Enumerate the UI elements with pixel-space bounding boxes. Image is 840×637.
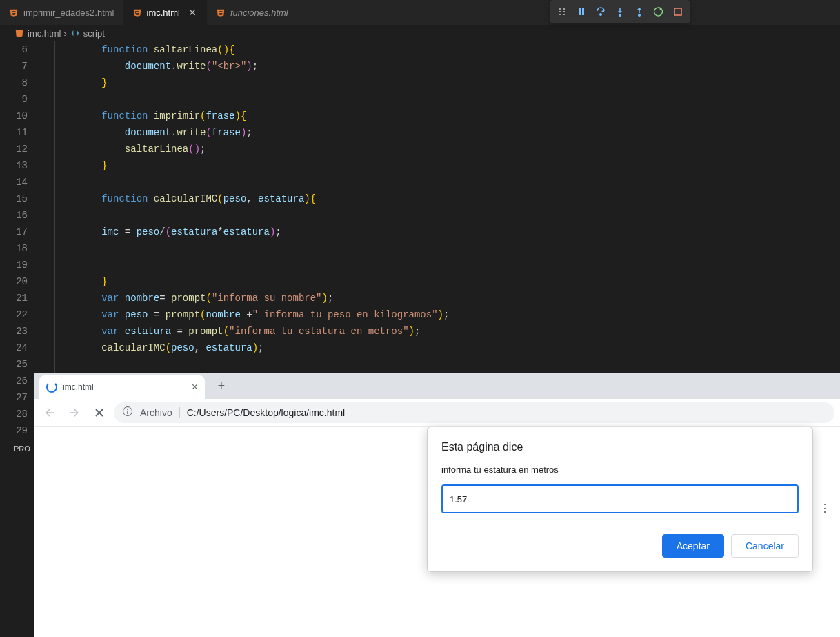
html-file-icon [215, 7, 226, 18]
new-tab-button[interactable]: + [212, 377, 231, 396]
prompt-dialog: Esta página dice informa tu estatura en … [427, 427, 813, 572]
svg-point-9 [619, 14, 621, 17]
address-url: C:/Users/PC/Desktop/logica/imc.html [187, 407, 346, 418]
debug-toolbar [550, 0, 690, 23]
tab-imprimir-edades[interactable]: imprimir_edades2.html [0, 0, 123, 25]
step-into-icon[interactable] [611, 3, 629, 21]
pause-icon[interactable] [572, 3, 590, 21]
cancel-button[interactable]: Cancelar [731, 534, 799, 558]
step-over-icon[interactable] [592, 3, 610, 21]
dialog-actions: Aceptar Cancelar [441, 534, 799, 558]
close-icon[interactable]: × [192, 381, 198, 393]
html-file-icon [132, 7, 143, 18]
more-icon[interactable]: ⋮ [819, 502, 830, 515]
loading-spinner-icon [46, 382, 57, 393]
breadcrumb-file: imc.html [28, 28, 61, 39]
address-prefix: Archivo [140, 407, 180, 418]
forward-button[interactable] [64, 402, 85, 423]
svg-point-5 [563, 14, 565, 15]
browser-content: Esta página dice informa tu estatura en … [34, 427, 840, 637]
browser-tab-strip: imc.html × + [34, 373, 840, 399]
svg-rect-11 [674, 8, 681, 15]
script-icon [70, 28, 81, 39]
stop-icon[interactable] [669, 3, 687, 21]
html-file-icon [8, 7, 19, 18]
tab-label: funciones.html [230, 8, 288, 18]
svg-rect-7 [582, 8, 584, 15]
svg-point-13 [127, 409, 128, 410]
svg-point-4 [559, 14, 561, 15]
editor-tab-bar: imprimir_edades2.html imc.html funciones… [0, 0, 840, 25]
address-bar[interactable]: Archivo C:/Users/PC/Desktop/logica/imc.h… [114, 402, 834, 423]
browser-toolbar: Archivo C:/Users/PC/Desktop/logica/imc.h… [34, 399, 840, 427]
breadcrumb[interactable]: imc.html › script [0, 25, 840, 41]
tab-label: imc.html [147, 8, 180, 18]
browser-tab[interactable]: imc.html × [39, 375, 205, 399]
stop-reload-button[interactable] [89, 402, 110, 423]
svg-point-0 [559, 8, 561, 10]
dialog-message: informa tu estatura en metros [441, 464, 799, 475]
chevron-right-icon: › [63, 28, 66, 39]
svg-rect-14 [127, 411, 128, 414]
tab-funciones[interactable]: funciones.html [207, 0, 297, 25]
browser-window: imc.html × + Archivo C:/Users/PC/Desktop… [34, 373, 840, 637]
svg-point-8 [599, 13, 602, 16]
breadcrumb-symbol: script [83, 28, 105, 39]
svg-rect-6 [579, 8, 581, 15]
html-file-icon [14, 28, 25, 39]
close-icon[interactable] [187, 7, 198, 18]
step-out-icon[interactable] [630, 3, 648, 21]
accept-button[interactable]: Aceptar [662, 534, 724, 558]
dialog-title: Esta página dice [441, 441, 799, 453]
svg-point-1 [563, 8, 565, 10]
browser-tab-title: imc.html [63, 382, 94, 392]
info-icon[interactable] [122, 406, 133, 419]
drag-handle-icon[interactable] [553, 3, 571, 21]
prompt-input[interactable] [441, 484, 799, 513]
tab-imc[interactable]: imc.html [123, 0, 207, 25]
svg-point-10 [638, 14, 641, 17]
restart-icon[interactable] [650, 3, 668, 21]
svg-point-3 [563, 11, 565, 12]
back-button[interactable] [39, 402, 60, 423]
tab-label: imprimir_edades2.html [23, 8, 114, 18]
svg-point-2 [559, 11, 561, 12]
